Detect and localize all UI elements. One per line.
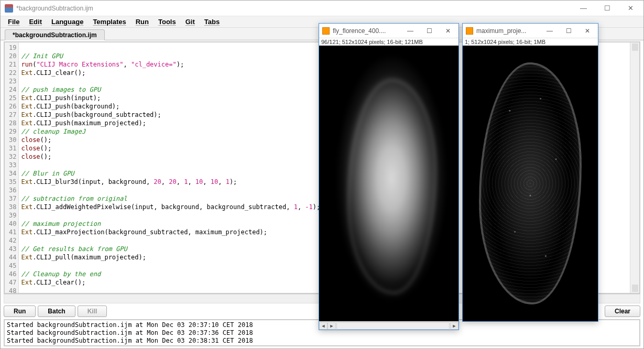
kill-button[interactable]: Kill [78, 306, 107, 317]
minimize-button[interactable]: — [401, 27, 420, 35]
minimize-button[interactable]: — [572, 1, 595, 16]
menu-edit[interactable]: Edit [25, 17, 46, 27]
image-titlebar[interactable]: maximum_proje...—☐✕ [463, 24, 598, 38]
image-window-fly[interactable]: fly_florence_400....—☐✕96/121; 512x1024 … [319, 23, 459, 330]
image-canvas[interactable] [463, 46, 598, 321]
menu-tabs[interactable]: Tabs [200, 17, 224, 27]
minimize-button[interactable]: — [540, 27, 559, 35]
maximize-button[interactable]: ☐ [420, 27, 439, 35]
image-canvas[interactable] [319, 46, 459, 321]
image-info: 1; 512x1024 pixels; 16-bit; 1MB [463, 38, 598, 46]
image-titlebar[interactable]: fly_florence_400....—☐✕ [319, 24, 459, 38]
window-title: *backgroundSubtraction.ijm [16, 5, 572, 12]
image-title: maximum_proje... [476, 27, 540, 35]
menu-language[interactable]: Language [47, 17, 88, 27]
file-tab[interactable]: *backgroundSubtraction.ijm [5, 29, 105, 40]
menu-file[interactable]: File [4, 17, 24, 27]
java-icon [5, 4, 13, 13]
menu-tools[interactable]: Tools [154, 17, 180, 27]
imagej-icon [466, 27, 473, 35]
menu-run[interactable]: Run [132, 17, 153, 27]
line-gutter: 1920212223242526272829303132333435363738… [5, 42, 19, 293]
menu-templates[interactable]: Templates [89, 17, 130, 27]
maximize-button[interactable]: ☐ [559, 27, 578, 35]
batch-button[interactable]: Batch [38, 306, 75, 317]
image-window-maxproj[interactable]: maximum_proje...—☐✕1; 512x1024 pixels; 1… [462, 23, 598, 322]
close-button[interactable]: ✕ [439, 27, 457, 35]
run-button[interactable]: Run [4, 306, 36, 317]
menu-git[interactable]: Git [181, 17, 199, 27]
close-button[interactable]: ✕ [619, 1, 642, 16]
imagej-icon [322, 27, 330, 35]
titlebar[interactable]: *backgroundSubtraction.ijm — ☐ ✕ [1, 1, 643, 16]
image-slice-scrollbar[interactable]: ◄►► [319, 321, 459, 330]
image-info: 96/121; 512x1024 pixels; 16-bit; 121MB [319, 38, 459, 46]
maximize-button[interactable]: ☐ [595, 1, 619, 16]
close-button[interactable]: ✕ [578, 27, 597, 35]
clear-button[interactable]: Clear [605, 306, 640, 317]
image-title: fly_florence_400.... [333, 27, 401, 35]
editor-vertical-scrollbar[interactable] [630, 42, 639, 293]
